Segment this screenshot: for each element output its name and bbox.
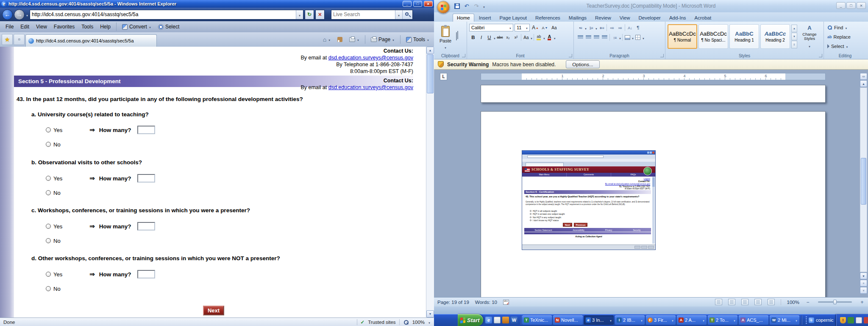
shrink-font-button[interactable]: ▼ xyxy=(541,24,549,31)
close-icon[interactable] xyxy=(857,2,866,9)
superscript-button[interactable]: x² xyxy=(512,34,520,41)
outline-view-button[interactable] xyxy=(754,299,762,305)
underline-button[interactable]: U xyxy=(485,34,493,41)
zoom-slider[interactable] xyxy=(818,301,852,303)
copernic-band[interactable]: c copernic xyxy=(803,316,836,324)
clear-formatting-button[interactable] xyxy=(550,24,558,31)
feeds-button[interactable] xyxy=(334,36,345,43)
line-spacing-button[interactable] xyxy=(611,34,619,41)
tab-references[interactable]: References xyxy=(531,14,564,22)
scroll-track[interactable] xyxy=(860,87,867,272)
yes-label[interactable]: Yes xyxy=(53,175,62,182)
add-tab-button[interactable] xyxy=(14,34,25,45)
tray-antivirus-icon[interactable] xyxy=(864,317,868,323)
tray-security-shield-icon[interactable]: ! xyxy=(840,317,846,323)
taskbar-app-ibm-group[interactable]: I2 IB... xyxy=(615,315,645,325)
print-layout-view-button[interactable] xyxy=(715,299,722,305)
address-input[interactable] xyxy=(30,11,296,19)
email-link[interactable]: dsd.education.surveys@census.gov xyxy=(328,55,413,61)
clipboard-dialog-launcher[interactable] xyxy=(462,54,465,57)
maximize-icon[interactable] xyxy=(846,2,856,9)
style-card-no-spacing[interactable]: AaBbCcDc ¶ No Spaci... xyxy=(698,24,728,49)
tab-stop-selector[interactable]: L xyxy=(440,73,447,80)
close-icon[interactable] xyxy=(424,1,433,7)
back-button[interactable] xyxy=(2,9,13,20)
align-right-button[interactable] xyxy=(593,34,601,41)
sort-button[interactable] xyxy=(626,24,634,31)
find-button[interactable]: Find xyxy=(827,25,847,30)
style-gallery-more-button[interactable]: ≡ xyxy=(791,41,797,48)
tab-add-ins[interactable]: Add-Ins xyxy=(665,14,690,22)
menu-help[interactable]: Help xyxy=(97,22,114,31)
taskbar-app-internet-explorer-group[interactable]: e3 In... xyxy=(584,315,614,325)
stop-button[interactable] xyxy=(315,10,325,20)
style-card-heading2[interactable]: AaBbCc Heading 2 xyxy=(760,24,790,49)
scroll-thumb[interactable] xyxy=(427,54,434,93)
taskbar-app-firefox-group[interactable]: F3 Fir... xyxy=(646,315,676,325)
bullets-button[interactable] xyxy=(576,24,584,31)
style-gallery-down-button[interactable]: ▼ xyxy=(791,33,797,40)
browser-tab[interactable]: http://idc4.ssd.census.gov:4014/sasstq/s… xyxy=(25,34,157,47)
tab-insert[interactable]: Insert xyxy=(475,14,495,22)
zoom-slider-thumb[interactable] xyxy=(833,300,837,304)
next-page-button[interactable]: « xyxy=(860,287,867,294)
undo-button[interactable] xyxy=(463,3,470,9)
font-name-combo[interactable]: Calibri xyxy=(469,24,513,31)
style-gallery-up-button[interactable]: ▲ xyxy=(791,25,797,32)
show-marks-button[interactable] xyxy=(634,24,642,31)
tab-acrobat[interactable]: Acrobat xyxy=(691,14,715,22)
numbering-button[interactable] xyxy=(587,24,595,31)
taskbar-app-word-group[interactable]: W2 Mi... xyxy=(770,315,799,325)
full-screen-view-button[interactable] xyxy=(728,299,735,305)
yes-radio[interactable] xyxy=(46,272,51,277)
yes-radio[interactable] xyxy=(46,176,51,181)
italic-button[interactable]: I xyxy=(477,34,485,41)
quick-launch-ie-icon[interactable]: e xyxy=(485,317,492,323)
word-vertical-scrollbar[interactable]: ▭ « « xyxy=(860,73,867,294)
font-dialog-launcher[interactable] xyxy=(569,54,572,57)
taskbar-app-texniccenter[interactable]: TTeXnic... xyxy=(522,315,552,325)
history-dropdown-icon[interactable] xyxy=(26,11,28,18)
select-button[interactable]: Select xyxy=(155,22,182,31)
embedded-screenshot[interactable]: SCHOOLS & STAFFING SURVEY Main Menu Comm… xyxy=(522,150,656,250)
yes-label[interactable]: Yes xyxy=(53,127,62,133)
change-case-dropdown-icon[interactable] xyxy=(530,34,533,41)
shading-button[interactable] xyxy=(623,34,632,41)
change-styles-button[interactable]: Change Styles xyxy=(798,24,821,49)
page-menu-button[interactable]: Page xyxy=(368,35,398,44)
paste-button[interactable]: Paste xyxy=(437,24,453,51)
subscript-button[interactable]: x₂ xyxy=(504,34,512,41)
zoom-out-button[interactable]: − xyxy=(805,299,810,305)
minimize-icon[interactable] xyxy=(836,2,846,9)
align-left-button[interactable] xyxy=(576,34,584,41)
no-radio[interactable] xyxy=(46,142,51,147)
word-count[interactable]: Words: 10 xyxy=(475,300,497,305)
font-color-button[interactable]: A xyxy=(545,34,554,41)
scroll-track[interactable] xyxy=(426,54,434,310)
highlight-dropdown-icon[interactable] xyxy=(543,34,545,41)
tab-view[interactable]: View xyxy=(616,14,634,22)
how-many-input[interactable] xyxy=(137,126,155,134)
ruler-toggle-button[interactable]: ▭ xyxy=(860,73,867,80)
scroll-thumb[interactable] xyxy=(861,158,866,205)
save-button[interactable] xyxy=(453,3,460,9)
zoom-in-button[interactable]: + xyxy=(860,299,865,305)
vertical-scrollbar[interactable] xyxy=(426,47,434,318)
increase-indent-button[interactable] xyxy=(616,24,624,31)
yes-radio[interactable] xyxy=(46,224,51,229)
minimize-icon[interactable] xyxy=(403,1,412,7)
quick-launch-word-icon[interactable]: W xyxy=(511,317,517,323)
tab-developer[interactable]: Developer xyxy=(634,14,664,22)
no-label[interactable]: No xyxy=(53,286,61,292)
scroll-up-button[interactable] xyxy=(426,47,434,54)
no-label[interactable]: No xyxy=(53,190,61,196)
no-label[interactable]: No xyxy=(53,141,61,148)
email-link[interactable]: dsd.education.surveys@census.gov xyxy=(328,84,413,90)
no-radio[interactable] xyxy=(46,238,51,243)
paragraph-dialog-launcher[interactable] xyxy=(660,54,664,57)
copy-button[interactable] xyxy=(456,33,457,40)
maximize-icon[interactable] xyxy=(413,1,422,7)
styles-dialog-launcher[interactable] xyxy=(819,54,822,57)
home-button[interactable] xyxy=(320,35,334,44)
tools-menu-button[interactable]: Tools xyxy=(403,35,432,44)
